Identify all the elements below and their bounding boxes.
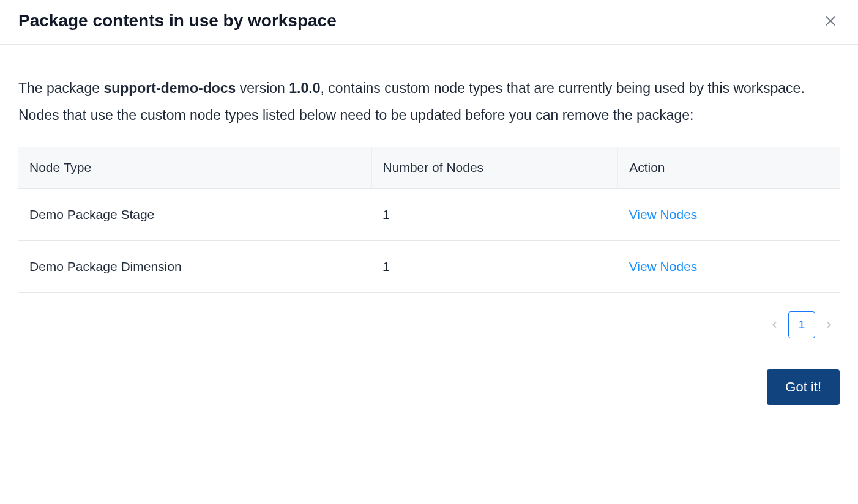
col-header-count: Number of Nodes bbox=[371, 147, 618, 189]
page-next-button[interactable] bbox=[821, 317, 836, 332]
node-types-table: Node Type Number of Nodes Action Demo Pa… bbox=[18, 147, 840, 293]
col-header-node-type: Node Type bbox=[18, 147, 371, 189]
desc-mid1: version bbox=[236, 80, 289, 96]
table-row: Demo Package Dimension 1 View Nodes bbox=[18, 241, 840, 293]
view-nodes-link[interactable]: View Nodes bbox=[629, 259, 698, 273]
chevron-right-icon bbox=[824, 320, 834, 330]
table-row: Demo Package Stage 1 View Nodes bbox=[18, 189, 840, 241]
cell-count: 1 bbox=[371, 189, 618, 241]
desc-prefix: The package bbox=[18, 80, 103, 96]
cell-count: 1 bbox=[371, 241, 618, 293]
table-header-row: Node Type Number of Nodes Action bbox=[18, 147, 840, 189]
cell-node-type: Demo Package Dimension bbox=[18, 241, 371, 293]
modal-footer: Got it! bbox=[0, 357, 858, 412]
cell-action: View Nodes bbox=[618, 241, 840, 293]
cell-action: View Nodes bbox=[618, 189, 840, 241]
package-contents-modal: Package contents in use by workspace The… bbox=[0, 0, 858, 412]
chevron-left-icon bbox=[770, 320, 780, 330]
close-icon bbox=[824, 14, 837, 28]
col-header-action: Action bbox=[618, 147, 840, 189]
modal-title: Package contents in use by workspace bbox=[18, 11, 337, 31]
close-button[interactable] bbox=[821, 12, 840, 30]
modal-body: The package support-demo-docs version 1.… bbox=[0, 45, 858, 357]
cell-node-type: Demo Package Stage bbox=[18, 189, 371, 241]
page-number-current[interactable]: 1 bbox=[788, 311, 815, 338]
modal-description: The package support-demo-docs version 1.… bbox=[18, 75, 840, 128]
package-name: support-demo-docs bbox=[103, 80, 236, 96]
pagination: 1 bbox=[18, 311, 840, 338]
package-version: 1.0.0 bbox=[289, 80, 320, 96]
view-nodes-link[interactable]: View Nodes bbox=[629, 207, 698, 221]
page-prev-button[interactable] bbox=[767, 317, 782, 332]
modal-header: Package contents in use by workspace bbox=[0, 0, 858, 45]
got-it-button[interactable]: Got it! bbox=[767, 369, 840, 405]
